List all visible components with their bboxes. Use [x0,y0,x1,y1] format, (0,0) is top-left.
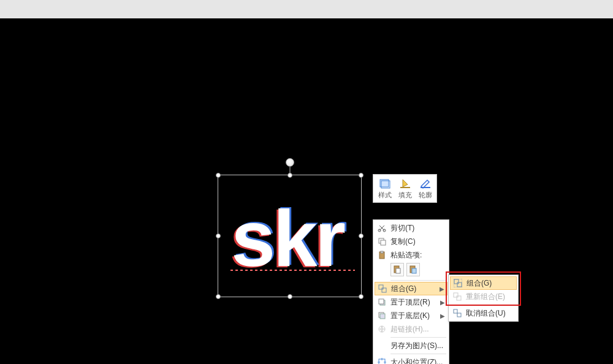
menu-send-to-back[interactable]: 置于底层(K) ▶ [375,309,447,322]
menu-paste-options: 粘贴选项: [375,248,447,262]
svg-rect-19 [380,314,385,319]
paste-icon [376,249,388,260]
mini-toolbar-style[interactable]: 样式 [375,176,395,201]
svg-rect-3 [421,187,430,188]
svg-rect-15 [382,288,386,292]
size-position-icon [376,357,388,364]
menu-hyperlink-label: 超链接(H)... [390,324,445,335]
svg-rect-23 [454,279,459,284]
menu-bring-to-front[interactable]: 置于顶层(R) ▶ [375,295,447,309]
group-icon [452,278,464,289]
save-picture-icon [376,340,388,351]
copy-icon [376,236,388,247]
menu-separator-3 [390,354,446,354]
send-back-icon [376,310,388,321]
resize-handle-bot-right[interactable] [359,294,364,299]
group-submenu: 组合(G) 重新组合(E) 取消组合(U) [448,275,519,322]
paste-option-1[interactable] [390,263,404,276]
resize-handle-bot-mid[interactable] [287,294,292,299]
menu-copy[interactable]: 复制(C) [375,235,447,248]
context-menu: 剪切(T) 复制(C) 粘贴选项: 组合( [373,219,449,364]
fill-icon [395,177,414,191]
mini-toolbar-style-label: 样式 [375,191,394,200]
menu-copy-label: 复制(C) [390,237,445,247]
svg-rect-28 [454,309,457,313]
svg-rect-26 [454,293,458,297]
resize-handle-top-left[interactable] [216,173,221,178]
resize-handle-top-right[interactable] [359,173,364,178]
menu-cut[interactable]: 剪切(T) [375,221,447,235]
regroup-icon [451,291,463,302]
menu-save-as-picture[interactable]: 另存为图片(S)... [375,339,447,352]
submenu-arrow-icon: ▶ [440,286,444,292]
app-ribbon-area [0,0,613,18]
submenu-ungroup[interactable]: 取消组合(U) [450,306,517,320]
menu-separator-1 [390,280,446,281]
svg-rect-13 [412,268,416,273]
svg-rect-9 [381,251,383,253]
svg-rect-7 [381,240,386,245]
svg-rect-24 [457,282,462,287]
svg-rect-17 [379,299,384,304]
resize-handle-top-mid[interactable] [287,173,292,178]
hyperlink-icon [376,324,388,335]
menu-savepic-label: 另存为图片(S)... [390,341,445,351]
submenu-arrow-icon: ▶ [440,299,445,306]
resize-handle-mid-left[interactable] [216,233,221,238]
menu-size-position[interactable]: 大小和位置(Z)... [375,355,447,364]
submenu-separator [466,305,516,305]
submenu-regroup: 重新组合(E) [450,290,517,303]
menu-group-label: 组合(G) [391,284,440,294]
svg-rect-27 [457,296,461,300]
svg-rect-2 [400,187,410,188]
svg-rect-29 [457,313,461,317]
submenu-arrow-icon: ▶ [440,313,445,319]
selected-textbox[interactable]: skr skr skr [218,175,362,297]
cut-icon [376,222,388,233]
bring-front-icon [376,297,388,308]
resize-handle-mid-right[interactable] [359,233,364,238]
svg-rect-25 [454,279,462,287]
group-icon [376,283,389,294]
slide-canvas[interactable]: skr skr skr 样式 填充 轮廓 [0,18,613,364]
svg-rect-14 [379,285,383,289]
menu-sizepos-label: 大小和位置(Z)... [390,357,445,365]
menu-paste-label: 粘贴选项: [390,250,445,260]
submenu-regroup-label: 重新组合(E) [466,292,514,302]
menu-front-label: 置于顶层(R) [390,297,440,308]
submenu-group[interactable]: 组合(G) [450,276,517,290]
menu-back-label: 置于底层(K) [390,311,440,321]
menu-group[interactable]: 组合(G) ▶ [375,282,447,295]
mini-toolbar-fill-label: 填充 [395,191,414,200]
paste-options-row [375,262,447,279]
mini-toolbar: 样式 填充 轮廓 [373,174,437,203]
svg-rect-11 [396,268,400,273]
paste-option-2[interactable] [406,263,420,276]
rotation-handle[interactable] [286,158,294,167]
menu-hyperlink: 超链接(H)... [375,322,447,336]
ungroup-icon [451,308,463,319]
menu-separator-2 [390,337,446,338]
resize-handle-bot-left[interactable] [216,294,221,299]
text-baseline-indicator [230,270,355,271]
menu-cut-label: 剪切(T) [390,223,445,233]
mini-toolbar-outline[interactable]: 轮廓 [415,176,435,201]
mini-toolbar-fill[interactable]: 填充 [395,176,415,201]
submenu-group-label: 组合(G) [466,278,514,289]
text-layer-white: skr [231,199,343,278]
outline-icon [416,177,435,191]
mini-toolbar-outline-label: 轮廓 [416,191,435,200]
style-icon [375,177,394,191]
submenu-ungroup-label: 取消组合(U) [466,308,514,319]
